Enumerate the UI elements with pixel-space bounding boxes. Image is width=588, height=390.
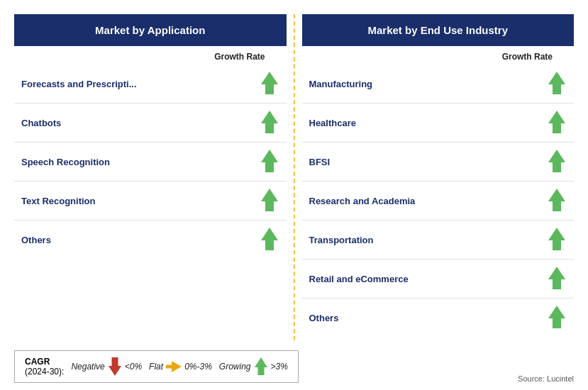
up-arrow-icon <box>260 150 279 174</box>
legend-growing: Growing >3% <box>219 357 288 376</box>
list-item: BFSI <box>302 143 575 182</box>
industry-item-1: Healthcare <box>309 118 548 128</box>
left-panel: Market by Application Growth Rate Foreca… <box>14 14 287 340</box>
list-item: Transportation <box>302 221 575 260</box>
app-item-1: Chatbots <box>21 118 260 128</box>
divider <box>294 14 295 340</box>
right-arrow-icon <box>166 360 182 373</box>
right-growth-label: Growth Rate <box>302 52 575 62</box>
app-item-4: Others <box>21 235 260 245</box>
legend-box: CAGR (2024-30): Negative <0% Flat 0%-3% … <box>14 350 299 383</box>
right-panel-title: Market by End Use Industry <box>367 24 508 36</box>
main-content: Market by Application Growth Rate Foreca… <box>14 14 574 340</box>
app-item-0: Forecasts and Prescripti... <box>21 79 260 89</box>
app-item-2: Speech Recognition <box>21 157 260 167</box>
up-arrow-small-icon <box>254 357 268 376</box>
down-arrow-icon <box>108 357 122 376</box>
right-panel: Market by End Use Industry Growth Rate M… <box>302 14 575 340</box>
up-arrow-icon <box>547 111 567 135</box>
legend-flat: Flat 0%-3% <box>149 360 212 373</box>
app-item-3: Text Recognition <box>21 196 260 206</box>
list-item: Healthcare <box>302 104 575 143</box>
list-item: Forecasts and Prescripti... <box>14 65 287 104</box>
cagr-label: CAGR (2024-30): <box>25 357 64 377</box>
up-arrow-icon <box>547 150 567 174</box>
up-arrow-icon <box>260 72 279 96</box>
up-arrow-icon <box>260 228 279 252</box>
right-panel-header: Market by End Use Industry <box>302 14 575 46</box>
source-label: Source: Lucintel <box>518 374 574 383</box>
industry-item-3: Research and Academia <box>309 196 548 206</box>
list-item: Others <box>14 221 287 259</box>
list-item: Chatbots <box>14 104 287 143</box>
up-arrow-icon <box>547 72 567 96</box>
industry-item-4: Transportation <box>309 235 548 245</box>
up-arrow-icon <box>547 228 567 252</box>
list-item: Retail and eCommerce <box>302 260 575 299</box>
industry-item-6: Others <box>309 313 548 323</box>
up-arrow-icon <box>260 189 279 213</box>
list-item: Speech Recognition <box>14 143 287 182</box>
list-item: Text Recognition <box>14 182 287 221</box>
list-item: Manufacturing <box>302 65 575 104</box>
bottom-section: CAGR (2024-30): Negative <0% Flat 0%-3% … <box>14 345 574 383</box>
left-growth-label: Growth Rate <box>14 52 287 62</box>
industry-item-0: Manufacturing <box>309 79 548 89</box>
industry-item-2: BFSI <box>309 157 548 167</box>
industry-item-5: Retail and eCommerce <box>309 274 548 284</box>
up-arrow-icon <box>547 267 567 291</box>
left-panel-title: Market by Application <box>95 24 205 36</box>
list-item: Research and Academia <box>302 182 575 221</box>
left-panel-header: Market by Application <box>14 14 287 46</box>
up-arrow-icon <box>260 111 279 135</box>
up-arrow-icon <box>547 306 567 330</box>
up-arrow-icon <box>547 189 567 213</box>
legend-negative: Negative <0% <box>71 357 142 376</box>
list-item: Others <box>302 299 575 337</box>
